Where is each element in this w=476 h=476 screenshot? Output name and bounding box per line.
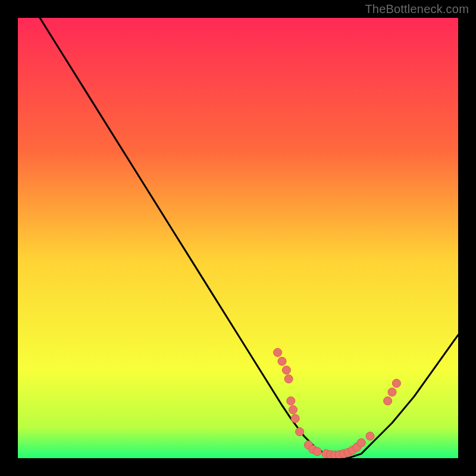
data-dot xyxy=(289,406,298,414)
data-dot xyxy=(296,428,304,436)
data-dot xyxy=(392,379,400,387)
data-dot xyxy=(278,357,286,365)
data-dot xyxy=(274,348,282,356)
bottleneck-chart xyxy=(18,18,458,458)
chart-frame xyxy=(18,18,458,458)
data-dot xyxy=(388,388,396,396)
data-dot xyxy=(282,366,290,374)
data-dot xyxy=(291,414,299,422)
data-dot xyxy=(357,439,365,447)
data-dot xyxy=(284,375,293,383)
data-dot xyxy=(384,397,392,405)
watermark-text: TheBottleneck.com xyxy=(365,2,469,16)
data-dot xyxy=(366,432,374,440)
data-dot xyxy=(287,397,295,405)
data-dot xyxy=(313,447,321,456)
